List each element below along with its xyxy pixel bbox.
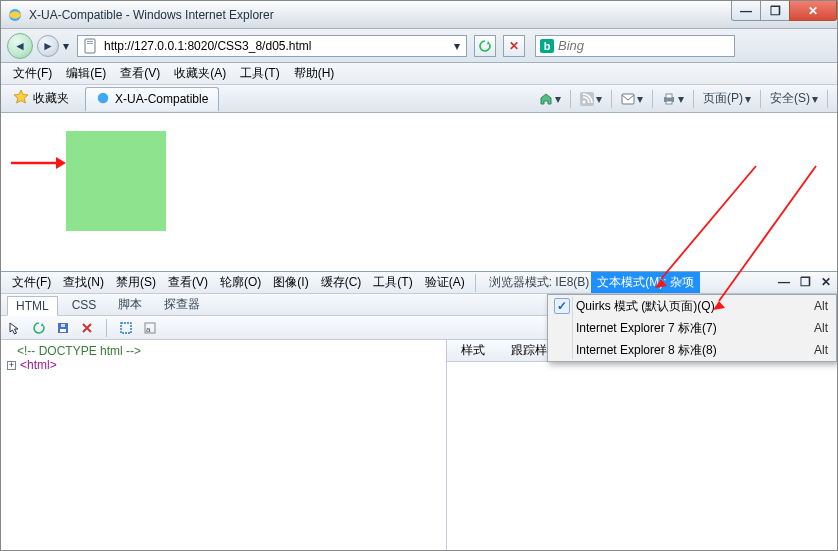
devmenu-outline[interactable]: 轮廓(O): [215, 272, 266, 293]
attributes-icon[interactable]: a: [142, 320, 158, 336]
devtools-menu-bar: 文件(F) 查找(N) 禁用(S) 查看(V) 轮廓(O) 图像(I) 缓存(C…: [1, 272, 837, 294]
search-placeholder: Bing: [558, 38, 584, 53]
check-icon: ✓: [554, 298, 570, 314]
menu-help[interactable]: 帮助(H): [288, 63, 341, 84]
svg-rect-2: [87, 41, 93, 42]
back-button[interactable]: ◄: [7, 33, 33, 59]
browser-mode-menu[interactable]: 浏览器模式: IE8(B): [489, 274, 590, 291]
print-button[interactable]: ▾: [658, 90, 688, 108]
svg-rect-3: [87, 43, 93, 44]
devtools-minimize-button[interactable]: —: [778, 275, 790, 289]
devtools-close-button[interactable]: ✕: [821, 275, 831, 289]
rtab-styles[interactable]: 样式: [453, 340, 493, 361]
svg-rect-14: [61, 324, 65, 327]
favorites-label: 收藏夹: [33, 90, 69, 107]
save-icon[interactable]: [55, 320, 71, 336]
ie-logo-icon: [7, 7, 23, 23]
styles-pane: 样式 跟踪样式: [447, 340, 837, 551]
devtools-panel: 文件(F) 查找(N) 禁用(S) 查看(V) 轮廓(O) 图像(I) 缓存(C…: [1, 271, 837, 551]
window-close-button[interactable]: ✕: [789, 1, 837, 21]
page-menu[interactable]: 页面(P)▾: [699, 88, 755, 109]
menu-favorites[interactable]: 收藏夹(A): [168, 63, 232, 84]
annotation-arrow-icon: [11, 155, 66, 171]
bing-icon: b: [540, 39, 554, 53]
textmode-option-quirks[interactable]: ✓ Quirks 模式 (默认页面)(Q) Alt: [548, 295, 836, 317]
text-mode-menu[interactable]: 文本模式(M): 杂项: [591, 272, 700, 293]
tree-doctype-comment: <!-- DOCTYPE html -->: [7, 344, 440, 358]
star-icon: [13, 89, 29, 108]
svg-point-6: [583, 100, 586, 103]
favorites-button[interactable]: 收藏夹: [7, 87, 75, 110]
close-doc-icon[interactable]: [79, 320, 95, 336]
svg-rect-15: [121, 323, 131, 333]
feeds-button[interactable]: ▾: [576, 90, 606, 108]
window-titlebar: X-UA-Compatible - Windows Internet Explo…: [1, 1, 837, 29]
devmenu-disable[interactable]: 禁用(S): [111, 272, 161, 293]
svg-point-4: [98, 92, 109, 103]
menu-file[interactable]: 文件(F): [7, 63, 58, 84]
devtools-undock-button[interactable]: ❐: [800, 275, 811, 289]
window-title: X-UA-Compatible - Windows Internet Explo…: [29, 8, 274, 22]
devmenu-tools[interactable]: 工具(T): [368, 272, 417, 293]
menu-bar: 文件(F) 编辑(E) 查看(V) 收藏夹(A) 工具(T) 帮助(H): [1, 63, 837, 85]
demo-green-box: [66, 131, 166, 231]
search-box[interactable]: b Bing: [535, 35, 735, 57]
safety-menu[interactable]: 安全(S)▾: [766, 88, 822, 109]
stop-button[interactable]: ✕: [503, 35, 525, 57]
window-minimize-button[interactable]: —: [731, 1, 761, 21]
element-outline-icon[interactable]: [118, 320, 134, 336]
text-mode-dropdown: ✓ Quirks 模式 (默认页面)(Q) Alt Internet Explo…: [547, 294, 837, 362]
devmenu-view[interactable]: 查看(V): [163, 272, 213, 293]
forward-button[interactable]: ►: [37, 35, 59, 57]
mail-button[interactable]: ▾: [617, 90, 647, 108]
devmenu-file[interactable]: 文件(F): [7, 272, 56, 293]
clear-cache-icon[interactable]: [31, 320, 47, 336]
select-element-icon[interactable]: [7, 320, 23, 336]
svg-rect-10: [666, 101, 672, 104]
devmenu-images[interactable]: 图像(I): [268, 272, 313, 293]
menu-tools[interactable]: 工具(T): [234, 63, 285, 84]
devtab-html[interactable]: HTML: [7, 296, 58, 316]
svg-rect-7: [622, 94, 634, 104]
textmode-option-ie7[interactable]: Internet Explorer 7 标准(7) Alt: [548, 317, 836, 339]
home-button[interactable]: ▾: [535, 90, 565, 108]
navigation-bar: ◄ ► ▾ ▾ ✕ b Bing: [1, 29, 837, 63]
menu-edit[interactable]: 编辑(E): [60, 63, 112, 84]
page-viewport: [1, 113, 837, 271]
dom-tree[interactable]: <!-- DOCTYPE html --> +<html>: [1, 340, 447, 551]
address-bar[interactable]: ▾: [77, 35, 467, 57]
expand-icon[interactable]: +: [7, 361, 16, 370]
devtab-css[interactable]: CSS: [64, 296, 105, 314]
devtab-profiler[interactable]: 探查器: [156, 294, 208, 315]
url-dropdown-button[interactable]: ▾: [450, 39, 464, 53]
nav-history-dropdown[interactable]: ▾: [59, 39, 73, 53]
devmenu-find[interactable]: 查找(N): [58, 272, 109, 293]
devmenu-cache[interactable]: 缓存(C): [316, 272, 367, 293]
url-input[interactable]: [102, 38, 450, 54]
tab-title: X-UA-Compatible: [115, 92, 208, 106]
menu-view[interactable]: 查看(V): [114, 63, 166, 84]
window-maximize-button[interactable]: ❐: [760, 1, 790, 21]
command-bar: 收藏夹 X-UA-Compatible ▾ ▾ ▾ ▾ 页面(P)▾ 安全(S)…: [1, 85, 837, 113]
browser-tab[interactable]: X-UA-Compatible: [85, 87, 219, 111]
svg-rect-9: [666, 94, 672, 98]
tree-html-node[interactable]: +<html>: [7, 358, 440, 372]
textmode-option-ie8[interactable]: Internet Explorer 8 标准(8) Alt: [548, 339, 836, 361]
ie-tab-icon: [96, 91, 110, 108]
refresh-button[interactable]: [474, 35, 496, 57]
page-icon: [83, 38, 99, 54]
devmenu-validate[interactable]: 验证(A): [420, 272, 470, 293]
svg-rect-13: [60, 329, 66, 332]
svg-text:a: a: [146, 325, 151, 334]
devtab-script[interactable]: 脚本: [110, 294, 150, 315]
